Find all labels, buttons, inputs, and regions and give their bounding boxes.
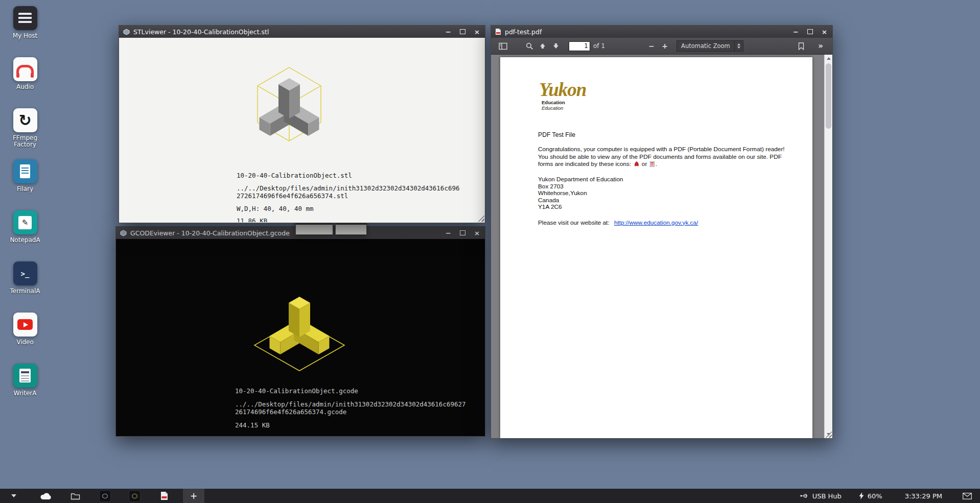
taskbar-cloud-button[interactable]: [35, 489, 56, 503]
resize-grip[interactable]: [477, 214, 484, 222]
pdf-paragraph-or: or: [642, 160, 647, 167]
maximize-button[interactable]: [459, 229, 466, 237]
gcode-file-size: 244.15 KB: [235, 421, 466, 429]
gcodeviewer-taskbar-icon: [129, 490, 141, 502]
audio-icon: [13, 57, 37, 81]
desktop-icon-label: FFmpeg Factory: [4, 135, 46, 149]
stlviewer-window: STLviewer - 10-20-40-CalibrationObject.s…: [119, 25, 485, 223]
stl-file-path-line1: ../../Desktop/files/admin/inith31302d323…: [237, 184, 460, 193]
gcode-file-path-line1: ../../Desktop/files/admin/inith31302d323…: [235, 400, 466, 409]
window-controls: − ×: [445, 229, 481, 237]
close-button[interactable]: ×: [473, 229, 481, 237]
my-host-icon: [13, 6, 37, 30]
taskbar-pdf-button[interactable]: [153, 489, 175, 503]
terminala-icon: >_: [13, 261, 37, 285]
website-label: Please visit our website at:: [538, 219, 610, 226]
desktop: My Host Audio ↻ FFmpeg Factory Filary ✎ …: [0, 0, 980, 503]
previous-page-button[interactable]: [536, 40, 549, 52]
desktop-icon-ffmpeg-factory[interactable]: ↻ FFmpeg Factory: [4, 108, 46, 153]
maximize-button[interactable]: [459, 28, 466, 36]
folder-icon: [71, 492, 80, 500]
next-page-button[interactable]: [549, 40, 563, 52]
gcode-viewport[interactable]: 10-20-40-CalibrationObject.gcode ../../D…: [116, 239, 485, 436]
zoom-select-label: Automatic Zoom: [677, 42, 734, 50]
desktop-icon-my-host[interactable]: My Host: [4, 6, 46, 51]
zoom-out-button[interactable]: −: [645, 40, 658, 52]
pdf-paragraph-text: Congratulations, your computer is equipp…: [538, 146, 785, 167]
gcodeviewer-window: GCODEviewer - 10-20-40-CalibrationObject…: [115, 226, 485, 437]
pdf-file-icon: [495, 28, 501, 35]
zoom-in-button[interactable]: +: [658, 40, 671, 52]
clock[interactable]: 3:33:29 PM: [905, 492, 942, 500]
scrollbar[interactable]: [824, 55, 832, 438]
gcode-3d-model: [218, 259, 381, 402]
acrobat-icon: [634, 161, 639, 169]
pdf-content-area: Yukon Education Éducation PDF Test File …: [491, 55, 832, 438]
taskbar-file-manager-button[interactable]: [64, 489, 86, 503]
ffmpeg-factory-icon: ↻: [13, 108, 37, 132]
desktop-icon-label: TerminalA: [10, 288, 40, 295]
address-line: Y1A 2C6: [538, 204, 792, 211]
desktop-icon-notepada[interactable]: ✎ NotepadA: [4, 210, 46, 255]
desktop-icon-video[interactable]: Video: [4, 313, 46, 357]
battery-status[interactable]: 60%: [859, 492, 882, 500]
minimize-button[interactable]: −: [445, 28, 452, 36]
desktop-icon-terminala[interactable]: >_ TerminalA: [4, 261, 46, 306]
yukon-logo: Yukon Education Éducation: [539, 81, 792, 111]
stl-window-title: STLviewer - 10-20-40-CalibrationObject.s…: [133, 28, 437, 36]
stl-file-info: 10-20-40-CalibrationObject.stl ../../Des…: [237, 172, 460, 222]
pdf-paragraph: Congratulations, your computer is equipp…: [538, 146, 792, 169]
taskbar-add-button[interactable]: +: [183, 489, 204, 503]
yukon-logo-word: Yukon: [539, 81, 792, 99]
taskbar-stlviewer-button[interactable]: [94, 489, 115, 503]
stl-3d-model: [207, 41, 371, 184]
stl-file-name: 10-20-40-CalibrationObject.stl: [237, 172, 460, 180]
scroll-up-button[interactable]: [825, 55, 832, 62]
pdf-titlebar[interactable]: pdf-test.pdf − ×: [491, 26, 832, 38]
stl-file-path-line2: 2726174696f6e4f626a656374.stl: [237, 192, 460, 200]
yukon-logo-education: Education: [542, 100, 792, 105]
taskbar-chevron-button[interactable]: [7, 489, 20, 503]
mail-icon[interactable]: [963, 493, 972, 499]
page-count-label: of 1: [593, 42, 605, 50]
bookmark-button[interactable]: [795, 40, 808, 52]
yukon-logo-education-fr: Éducation: [542, 105, 792, 111]
desktop-icon-label: Video: [16, 339, 34, 346]
close-button[interactable]: ×: [473, 28, 481, 36]
page-number-input[interactable]: [569, 41, 590, 51]
close-button[interactable]: ×: [821, 28, 828, 36]
desktop-icon-label: NotepadA: [10, 237, 40, 244]
stl-viewport[interactable]: 10-20-40-CalibrationObject.stl ../../Des…: [119, 38, 485, 222]
scrollbar-thumb[interactable]: [826, 63, 831, 129]
maximize-button[interactable]: [806, 28, 814, 36]
taskbar-gcodeviewer-button[interactable]: [124, 489, 145, 503]
desktop-icon-label: WriterA: [14, 390, 37, 397]
taskbar-right: USB Hub 60% 3:33:29 PM: [800, 492, 980, 500]
website-link[interactable]: http://www.education.gov.yk.ca/: [614, 219, 698, 226]
gcode-window-title: GCODEviewer - 10-20-40-CalibrationObject…: [130, 229, 437, 237]
pdf-window-title: pdf-test.pdf: [505, 28, 784, 36]
minimize-button[interactable]: −: [445, 229, 452, 237]
desktop-icon-audio[interactable]: Audio: [4, 57, 46, 102]
minimize-button[interactable]: −: [792, 28, 800, 36]
pdf-viewer-window: pdf-test.pdf − × of 1 − +: [491, 25, 833, 439]
stlviewer-taskbar-icon: [99, 490, 111, 502]
gcode-file-info: 10-20-40-CalibrationObject.gcode ../../D…: [235, 387, 466, 429]
address-line: Yukon Department of Education: [538, 176, 792, 183]
stl-titlebar[interactable]: STLviewer - 10-20-40-CalibrationObject.s…: [119, 26, 485, 38]
gcode-file-name: 10-20-40-CalibrationObject.gcode: [235, 387, 466, 395]
gcodeviewer-app-icon: [120, 230, 127, 236]
stl-file-size: 11.86 KB: [237, 217, 460, 222]
search-button[interactable]: [523, 40, 536, 52]
desktop-icon-filary[interactable]: Filary: [4, 159, 46, 204]
desktop-icon-writera[interactable]: WriterA: [4, 364, 46, 409]
notepada-icon: ✎: [13, 210, 37, 234]
zoom-select[interactable]: Automatic Zoom: [676, 40, 743, 52]
desktop-icon-label: My Host: [13, 33, 38, 39]
usb-hub-status[interactable]: USB Hub: [800, 492, 842, 500]
toolbar-more-button[interactable]: »: [814, 40, 827, 52]
usb-hub-label: USB Hub: [812, 492, 842, 500]
sidebar-toggle-button[interactable]: [496, 40, 509, 52]
desktop-icon-label: Filary: [17, 186, 33, 193]
stl-dimensions: W,D,H: 40, 40, 40 mm: [237, 205, 460, 213]
